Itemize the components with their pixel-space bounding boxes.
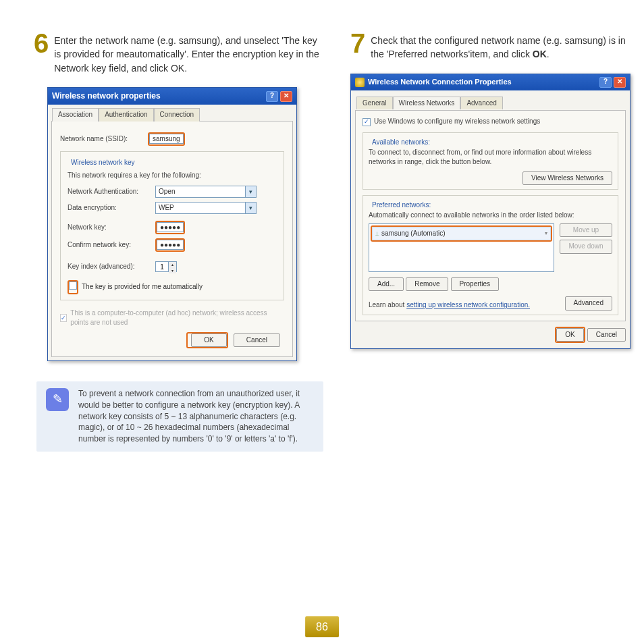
key-required-text: This network requires a key for the foll… [68, 171, 277, 181]
netkey-input[interactable]: ●●●●● [157, 222, 184, 232]
tab-general[interactable]: General [356, 97, 393, 110]
available-networks-group: Available networks: To connect to, disco… [363, 132, 618, 190]
auto-key-checkbox[interactable] [69, 281, 77, 290]
step-6: 6 Enter the network name (e.g. samsung),… [34, 34, 323, 75]
cancel-button[interactable]: Cancel [587, 328, 626, 342]
tab-authentication[interactable]: Authentication [99, 108, 153, 122]
wireless-icon [355, 78, 365, 87]
close-button[interactable]: ✕ [280, 91, 292, 102]
tab-wireless-networks[interactable]: Wireless Networks [393, 97, 461, 110]
list-item[interactable]: ⟂ samsung (Automatic) ▾ [372, 227, 551, 241]
tab-association[interactable]: Association [52, 108, 99, 122]
item-highlight: ⟂ samsung (Automatic) ▾ [371, 225, 552, 242]
antenna-icon: ⟂ [375, 230, 379, 238]
note-icon: ✎ [46, 388, 69, 411]
dialog-title: Wireless network properties [52, 90, 161, 102]
available-text: To connect to, disconnect from, or find … [369, 148, 612, 167]
page-number: 86 [305, 616, 339, 637]
auto-key-label: The key is provided for me automatically [82, 282, 203, 292]
ssid-highlight: samsung [148, 132, 185, 146]
wireless-connection-properties-dialog: Wireless Network Connection Properties ?… [350, 74, 630, 350]
learn-link[interactable]: setting up wireless network configuratio… [406, 301, 530, 308]
index-value[interactable] [155, 261, 169, 272]
step-number: 6 [34, 31, 49, 75]
tab-advanced[interactable]: Advanced [460, 97, 502, 110]
advanced-button[interactable]: Advanced [565, 296, 612, 311]
preferred-listbox[interactable]: ⟂ samsung (Automatic) ▾ [369, 223, 554, 272]
auto-key-checkbox-row: The key is provided for me automatically [68, 280, 203, 294]
view-wireless-button[interactable]: View Wireless Networks [522, 171, 612, 186]
properties-button[interactable]: Properties [451, 277, 500, 292]
wireless-key-fieldset: Wireless network key This network requir… [60, 151, 284, 300]
use-windows-row: ✓ Use Windows to configure my wireless n… [363, 117, 540, 127]
ssid-label: Network name (SSID): [60, 134, 148, 144]
chevron-down-icon: ▾ [245, 186, 256, 197]
ok-button[interactable]: OK [556, 328, 583, 342]
netkey-highlight: ●●●●● [155, 221, 185, 234]
step-number: 7 [350, 31, 365, 61]
preferred-networks-group: Preferred networks: Automatically connec… [363, 195, 618, 315]
encryption-value: WEP [159, 204, 174, 211]
dialog-tabs: AssociationAuthenticationConnection [48, 105, 296, 121]
ssid-input[interactable]: samsung [149, 134, 184, 144]
auth-select[interactable]: Open ▾ [155, 186, 257, 198]
fieldset-legend: Wireless network key [68, 158, 138, 168]
adhoc-row: ✓ This is a computer-to-computer (ad hoc… [60, 308, 284, 328]
adhoc-checkbox: ✓ [60, 314, 67, 322]
help-button[interactable]: ? [599, 77, 612, 88]
move-up-button[interactable]: Move up [560, 223, 612, 238]
note-text: To prevent a network connection from an … [78, 388, 314, 445]
tab-connection[interactable]: Connection [154, 108, 200, 122]
chevron-down-icon: ▾ [245, 203, 256, 213]
add-button[interactable]: Add... [369, 277, 404, 292]
checkbox-highlight [68, 280, 78, 294]
dialog-titlebar: Wireless network properties ? ✕ [48, 88, 296, 105]
close-button[interactable]: ✕ [614, 77, 626, 88]
remove-button[interactable]: Remove [406, 277, 448, 292]
preferred-legend: Preferred networks: [369, 200, 434, 211]
cancel-button[interactable]: Cancel [234, 333, 280, 348]
ok-button[interactable]: OK [191, 333, 226, 348]
confirm-label: Confirm network key: [68, 240, 155, 250]
step-7-text: Check that the configured network name (… [371, 34, 630, 61]
item-label: samsung (Automatic) [381, 229, 445, 239]
auth-label: Network Authentication: [68, 187, 155, 197]
step-7: 7 Check that the configured network name… [350, 34, 630, 61]
use-windows-label: Use Windows to configure my wireless net… [374, 117, 540, 127]
netkey-label: Network key: [68, 223, 155, 233]
step-6-text: Enter the network name (e.g. samsung), a… [54, 34, 323, 75]
use-windows-checkbox[interactable]: ✓ [363, 118, 371, 126]
ok-highlight: OK [555, 327, 585, 344]
note-box: ✎ To prevent a network connection from a… [36, 381, 323, 452]
confirm-input[interactable]: ●●●●● [157, 240, 184, 250]
learn-text: Learn about setting up wireless network … [369, 300, 558, 311]
wireless-properties-dialog: Wireless network properties ? ✕ Associat… [47, 87, 297, 361]
encryption-select[interactable]: WEP ▾ [155, 202, 257, 214]
encryption-label: Data encryption: [68, 203, 155, 213]
ok-highlight: OK [186, 332, 227, 349]
preferred-text: Automatically connect to available netwo… [369, 211, 612, 221]
help-button[interactable]: ? [266, 91, 278, 102]
adhoc-label: This is a computer-to-computer (ad hoc) … [70, 308, 284, 328]
dialog-titlebar: Wireless Network Connection Properties ?… [351, 74, 630, 90]
key-index-stepper[interactable]: ▴▾ [155, 261, 177, 272]
confirm-highlight: ●●●●● [155, 238, 185, 252]
available-legend: Available networks: [369, 138, 433, 148]
auth-value: Open [159, 188, 175, 195]
dialog-title: Wireless Network Connection Properties [368, 77, 512, 88]
move-down-button[interactable]: Move down [560, 240, 612, 254]
index-label: Key index (advanced): [68, 262, 155, 272]
